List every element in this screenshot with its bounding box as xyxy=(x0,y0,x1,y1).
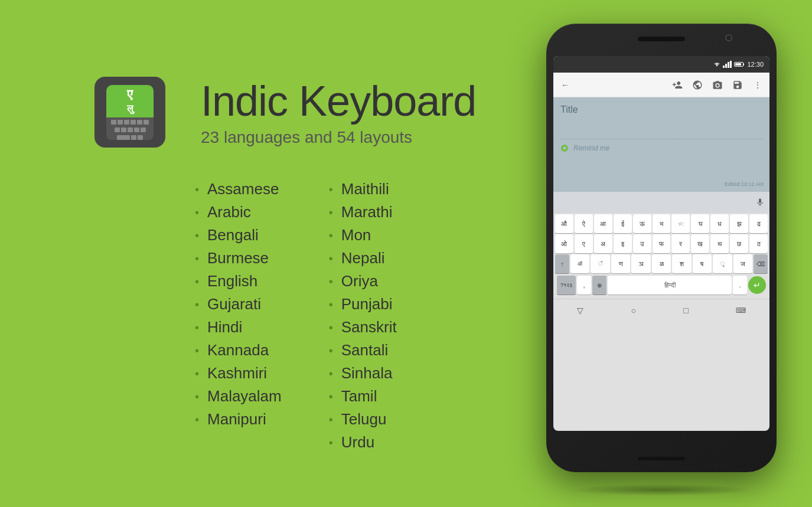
key-ra[interactable]: र xyxy=(671,234,690,253)
bullet-icon: • xyxy=(195,391,199,403)
note-area: Title Remind me Edited 10:12 AM xyxy=(553,97,769,192)
key-bha[interactable]: भ xyxy=(653,214,671,233)
key-pha[interactable]: फ xyxy=(653,234,671,253)
language-name: English xyxy=(207,272,257,290)
language-name: Mon xyxy=(341,226,371,244)
language-name: Nepali xyxy=(341,249,385,267)
recents-nav-icon[interactable]: □ xyxy=(683,306,688,315)
save-icon[interactable] xyxy=(731,78,745,92)
status-bar: 12:30 xyxy=(553,56,769,73)
add-person-icon[interactable] xyxy=(670,78,684,92)
key-u[interactable]: उ xyxy=(633,234,651,253)
comma-key[interactable]: , xyxy=(577,276,591,295)
language-item: •Bengali xyxy=(195,226,282,244)
backspace-key[interactable]: ⌫ xyxy=(754,254,768,273)
bullet-icon: • xyxy=(329,368,333,380)
language-item: •Mon xyxy=(329,226,397,244)
key-tta[interactable]: ठ xyxy=(749,234,768,253)
keyboard-row-2: ओ ए अ इ उ फ र ख थ छ ठ xyxy=(555,234,768,253)
bullet-icon: • xyxy=(329,437,333,449)
bullet-icon: • xyxy=(329,207,333,218)
key-tha[interactable]: थ xyxy=(710,234,729,253)
key-a[interactable]: अ xyxy=(594,234,612,253)
key-kha[interactable]: ख xyxy=(691,234,709,253)
home-nav-icon[interactable]: ○ xyxy=(631,306,635,315)
keyboard-row-1: औ ऐ आ ई ऊ भ ☆: घ ध झ ढ xyxy=(555,214,768,233)
key-na[interactable]: ण xyxy=(611,254,630,273)
language-item: •Gujarati xyxy=(195,295,282,313)
key-chha[interactable]: छ xyxy=(730,234,748,253)
bullet-icon: • xyxy=(329,230,333,241)
key-gha[interactable]: घ xyxy=(691,214,709,233)
mic-icon[interactable] xyxy=(755,198,765,207)
action-bar: ← ⋮ xyxy=(553,73,769,97)
language-name: Tamil xyxy=(341,387,377,405)
status-time: 12:30 xyxy=(747,61,764,68)
phone-camera xyxy=(725,34,732,41)
svg-rect-1 xyxy=(735,63,741,66)
language-name: Malayalam xyxy=(207,387,282,405)
title-area: Indic Keyboard 23 languages and 54 layou… xyxy=(201,77,476,147)
language-item: •Nepali xyxy=(329,249,397,267)
phone-screen: 12:30 ← xyxy=(553,56,769,431)
key-vocalicr[interactable]: ृ xyxy=(713,254,732,273)
phone-speaker-bottom xyxy=(638,457,685,460)
language-item: •Maithili xyxy=(329,180,397,198)
keyboard-bottom-row: ?१२३ , ⊕ हिन्दी . ↵ xyxy=(555,274,768,297)
language-item: •Urdu xyxy=(329,433,397,452)
key-uu[interactable]: ऊ xyxy=(633,214,651,233)
key-star[interactable]: ☆: xyxy=(671,214,690,233)
bullet-icon: • xyxy=(329,299,333,310)
keyboard-row-3: ↑ ऑ ॅ ण ञ ळ श ष ृ ज ⌫ xyxy=(555,254,768,273)
key-candra[interactable]: ॅ xyxy=(591,254,609,273)
language-name: Gujarati xyxy=(207,295,261,313)
key-e[interactable]: ए xyxy=(575,234,593,253)
bullet-icon: • xyxy=(195,253,199,264)
key-o[interactable]: ओ xyxy=(555,234,573,253)
key-ssa[interactable]: ष xyxy=(693,254,712,273)
key-lla[interactable]: ळ xyxy=(652,254,671,273)
more-icon[interactable]: ⋮ xyxy=(751,78,765,92)
language-name: Telugu xyxy=(341,410,387,429)
globe-key[interactable]: ⊕ xyxy=(592,276,606,295)
globe-icon[interactable] xyxy=(690,78,705,92)
key-au[interactable]: औ xyxy=(555,214,573,233)
phone-shadow xyxy=(569,484,754,496)
back-icon[interactable]: ← xyxy=(558,78,572,92)
back-nav-icon[interactable]: ▽ xyxy=(577,306,583,315)
key-ao[interactable]: ऑ xyxy=(570,254,589,273)
key-jha[interactable]: झ xyxy=(730,214,748,233)
key-nya[interactable]: ञ xyxy=(631,254,650,273)
key-ii[interactable]: ई xyxy=(614,214,632,233)
app-icon-section: एलु xyxy=(94,77,165,148)
key-i[interactable]: इ xyxy=(614,234,632,253)
key-sha[interactable]: श xyxy=(672,254,691,273)
key-ai[interactable]: ऐ xyxy=(575,214,593,233)
enter-key[interactable]: ↵ xyxy=(748,276,766,294)
shift-key[interactable]: ↑ xyxy=(555,254,569,273)
period-key[interactable]: . xyxy=(733,276,747,295)
key-dda[interactable]: ढ xyxy=(749,214,768,233)
bullet-icon: • xyxy=(195,322,199,333)
language-item: •Manipuri xyxy=(195,410,282,429)
phone-outer: 12:30 ← xyxy=(546,24,777,472)
language-name: Burmese xyxy=(207,249,269,267)
bullet-icon: • xyxy=(329,184,333,195)
key-aa[interactable]: आ xyxy=(594,214,612,233)
language-name: Manipuri xyxy=(207,410,266,429)
language-item: •Marathi xyxy=(329,203,397,221)
bullet-icon: • xyxy=(329,345,333,356)
bullet-icon: • xyxy=(329,391,333,403)
camera-icon[interactable] xyxy=(710,78,725,92)
keyboard-nav-icon[interactable]: ⌨ xyxy=(736,306,746,315)
language-item: •Kannada xyxy=(195,341,282,359)
key-dha[interactable]: ध xyxy=(710,214,729,233)
language-column-right: •Maithili•Marathi•Mon•Nepali•Oriya•Punja… xyxy=(329,180,397,452)
language-name: Kannada xyxy=(207,341,269,359)
key-ja[interactable]: ज xyxy=(733,254,752,273)
note-title[interactable]: Title xyxy=(560,104,762,115)
num-key[interactable]: ?१२३ xyxy=(557,276,576,295)
language-name: Arabic xyxy=(207,203,251,221)
space-key[interactable]: हिन्दी xyxy=(608,276,732,295)
language-item: •Punjabi xyxy=(329,295,397,313)
